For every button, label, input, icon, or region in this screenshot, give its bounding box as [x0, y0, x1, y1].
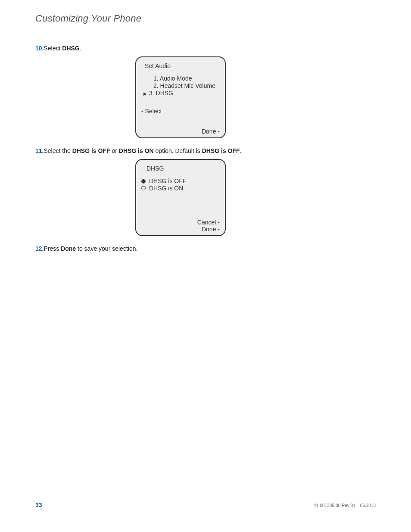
radio-filled-icon — [141, 179, 146, 184]
softkey-cancel: Cancel - — [140, 219, 220, 226]
page-footer: 33 41-001385-00 Rev 01 – 06.2013 — [0, 501, 411, 508]
radio-label: DHSG is ON — [149, 185, 183, 192]
page-number: 33 — [35, 501, 42, 508]
step-bold: DHSG is ON — [119, 147, 154, 154]
radio-label: DHSG is OFF — [149, 177, 186, 185]
screen-title: DHSG — [140, 165, 221, 172]
step-12: 12.Press Done to save your selection. — [35, 245, 376, 252]
phone-screen-dhsg: DHSG DHSG is OFF DHSG is ON Cancel - Don… — [135, 159, 226, 236]
menu-item-audio-mode: 1. Audio Mode — [143, 75, 221, 82]
menu-list: 1. Audio Mode 2. Headset Mic Volume 3. D… — [140, 75, 221, 96]
phone-screen-set-audio: Set Audio 1. Audio Mode 2. Headset Mic V… — [135, 56, 226, 138]
step-bold: DHSG is OFF — [202, 147, 240, 154]
radio-list: DHSG is OFF DHSG is ON — [140, 177, 221, 192]
step-10: 10.Select DHSG. — [35, 44, 376, 52]
step-number: 12. — [35, 245, 44, 252]
step-bold: DHSG is OFF — [72, 147, 110, 154]
step-text: or — [110, 147, 119, 154]
doc-revision: 41-001385-00 Rev 01 – 06.2013 — [314, 503, 376, 508]
screen-title: Set Audio — [140, 62, 221, 70]
radio-empty-icon — [141, 186, 146, 190]
step-text: option. Default is — [154, 147, 202, 154]
step-suffix: . — [80, 45, 81, 52]
menu-item-headset-mic-volume: 2. Headset Mic Volume — [143, 82, 221, 90]
step-bold: DHSG — [62, 45, 79, 52]
radio-dhsg-on: DHSG is ON — [141, 185, 221, 192]
softkey-done: Done - — [140, 128, 220, 135]
menu-item-dhsg: 3. DHSG — [143, 90, 221, 97]
step-number: 10. — [35, 45, 44, 52]
step-bold: Done — [61, 245, 76, 252]
step-text: Select — [44, 45, 62, 52]
radio-dhsg-off: DHSG is OFF — [141, 177, 221, 185]
step-text: . — [240, 147, 242, 154]
softkey-actions: Done - — [140, 128, 221, 135]
menu-item-label: 1. Audio Mode — [149, 75, 192, 82]
step-11: 11.Select the DHSG is OFF or DHSG is ON … — [35, 147, 376, 155]
step-suffix: to save your selection. — [76, 245, 137, 252]
softkey-actions: Cancel - Done - — [140, 219, 221, 233]
step-text: Press — [44, 245, 61, 252]
softkey-hint-select: - Select — [140, 108, 221, 115]
page-title: Customizing Your Phone — [35, 13, 376, 27]
step-number: 11. — [35, 147, 44, 154]
selection-arrow-icon — [143, 90, 147, 97]
step-text: Select the — [44, 147, 72, 154]
document-page: Customizing Your Phone 10.Select DHSG. S… — [0, 0, 411, 532]
menu-item-label: 3. DHSG — [149, 90, 173, 97]
menu-item-label: 2. Headset Mic Volume — [149, 82, 215, 90]
softkey-done: Done - — [140, 226, 220, 233]
